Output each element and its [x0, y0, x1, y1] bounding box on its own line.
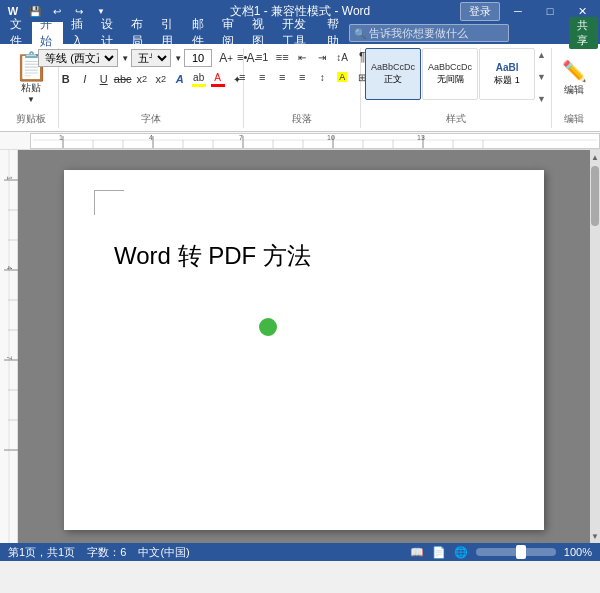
ruler-svg: 1 4 7 10 13 [33, 133, 597, 148]
view-page-button[interactable]: 📄 [432, 546, 446, 559]
ruler-area: 1 4 7 10 13 [0, 132, 600, 150]
editing-icon: ✏️ [562, 59, 587, 83]
view-read-button[interactable]: 📖 [410, 546, 424, 559]
italic-button[interactable]: I [76, 70, 94, 88]
ribbon-content: 📋 粘贴 ▼ 剪贴板 等线 (西文正文 ▼ 五号 ▼ 10 A+ A- [4, 48, 596, 128]
svg-text:1: 1 [5, 176, 12, 180]
scrollbar-up[interactable]: ▲ [590, 150, 600, 164]
menu-item-developer[interactable]: 开发工具 [274, 22, 318, 44]
document-container: 1 4 7 Word 转 PDF 方法 ▲ ▼ [0, 150, 600, 543]
paste-label: 粘贴 [21, 81, 41, 95]
mouse-cursor [259, 318, 277, 336]
styles-expand[interactable]: ▼ [537, 94, 546, 104]
font-name-select[interactable]: 等线 (西文正文 [38, 49, 118, 67]
editing-group-label: 编辑 [564, 112, 584, 126]
menu-item-review[interactable]: 审阅 [214, 22, 244, 44]
view-web-button[interactable]: 🌐 [454, 546, 468, 559]
font-row-1: 等线 (西文正文 ▼ 五号 ▼ 10 A+ A- [38, 48, 264, 68]
status-bar: 第1页，共1页 字数：6 中文(中国) 📖 📄 🌐 100% [0, 543, 600, 561]
styles-scroll-up[interactable]: ▲ [537, 50, 546, 60]
shading-button[interactable]: A [333, 68, 351, 86]
menu-item-file[interactable]: 文件 [2, 22, 32, 44]
style-heading1[interactable]: AaBl 标题 1 [479, 48, 535, 100]
title-bar: W 💾 ↩ ↪ ▼ 文档1 - 兼容性模式 - Word 登录 ─ □ ✕ [0, 0, 600, 22]
paragraph-row-2: ≡ ≡ ≡ ≡ ↕ A ⊞ [233, 68, 371, 86]
menu-item-mailings[interactable]: 邮件 [184, 22, 214, 44]
subscript-button[interactable]: x2 [133, 70, 151, 88]
zoom-slider[interactable] [476, 548, 556, 556]
search-placeholder: 告诉我你想要做什么 [369, 26, 468, 41]
editing-label: 编辑 [564, 83, 584, 97]
font-size-label-select[interactable]: 五号 [131, 49, 171, 67]
maximize-button[interactable]: □ [536, 2, 564, 20]
editing-group: ✏️ 编辑 编辑 [552, 48, 596, 128]
horizontal-ruler: 1 4 7 10 13 [30, 133, 600, 149]
paragraph-group-label: 段落 [292, 112, 312, 126]
page-info: 第1页，共1页 [8, 545, 75, 560]
document-text[interactable]: Word 转 PDF 方法 [114, 240, 494, 272]
svg-text:10: 10 [327, 134, 335, 141]
font-format-row: B I U abc x2 x2 A ab A [57, 70, 246, 88]
vertical-scrollbar[interactable]: ▲ ▼ [590, 150, 600, 543]
scrollbar-down[interactable]: ▼ [590, 529, 600, 543]
status-bar-right: 📖 📄 🌐 100% [410, 546, 592, 559]
language-info: 中文(中国) [138, 545, 189, 560]
align-left-button[interactable]: ≡ [233, 68, 251, 86]
font-color-button[interactable]: A [209, 70, 227, 88]
justify-button[interactable]: ≡ [293, 68, 311, 86]
font-name-dropdown[interactable]: ▼ [121, 54, 129, 63]
font-group-label: 字体 [141, 112, 161, 126]
align-right-button[interactable]: ≡ [273, 68, 291, 86]
paragraph-row-1: ≡• ≡1 ≡≡ ⇤ ⇥ ↕A ¶ [233, 48, 371, 66]
bullets-button[interactable]: ≡• [233, 48, 251, 66]
svg-text:7: 7 [5, 356, 12, 360]
strikethrough-button[interactable]: abc [114, 70, 132, 88]
styles-scroll-down[interactable]: ▼ [537, 72, 546, 82]
menu-item-home[interactable]: 开始 [32, 22, 62, 44]
menu-item-help[interactable]: 帮助 [319, 22, 349, 44]
minimize-button[interactable]: ─ [504, 2, 532, 20]
increase-indent-button[interactable]: ⇥ [313, 48, 331, 66]
search-icon: 🔍 [354, 28, 366, 39]
align-center-button[interactable]: ≡ [253, 68, 271, 86]
scrollbar-thumb[interactable] [591, 166, 599, 226]
document-page[interactable]: Word 转 PDF 方法 [64, 170, 544, 530]
clipboard-label: 剪贴板 [16, 112, 46, 126]
menu-item-design[interactable]: 设计 [93, 22, 123, 44]
superscript-button[interactable]: x2 [152, 70, 170, 88]
menu-bar: 文件 开始 插入 设计 布局 引用 邮件 审阅 视图 开发工具 帮助 🔍 告诉我… [0, 22, 600, 44]
styles-more-button[interactable]: ▲ ▼ ▼ [536, 48, 547, 106]
multilevel-button[interactable]: ≡≡ [273, 48, 291, 66]
share-button[interactable]: 共享 [569, 17, 598, 49]
page-area[interactable]: Word 转 PDF 方法 [18, 150, 590, 543]
font-size-input[interactable]: 10 [184, 49, 212, 67]
paragraph-group: ≡• ≡1 ≡≡ ⇤ ⇥ ↕A ¶ ≡ ≡ ≡ ≡ ↕ A ⊞ [244, 48, 361, 128]
text-highlight-button[interactable]: ab [190, 70, 208, 88]
menu-item-layout[interactable]: 布局 [123, 22, 153, 44]
svg-text:7: 7 [239, 134, 243, 141]
paste-dropdown[interactable]: ▼ [27, 95, 35, 104]
vertical-ruler-svg: 1 4 7 [0, 150, 18, 543]
style-no-spacing[interactable]: AaBbCcDc 无间隔 [422, 48, 478, 100]
numbering-button[interactable]: ≡1 [253, 48, 271, 66]
decrease-indent-button[interactable]: ⇤ [293, 48, 311, 66]
menu-item-references[interactable]: 引用 [153, 22, 183, 44]
svg-text:1: 1 [59, 134, 63, 141]
page-corner-mark [94, 190, 124, 215]
sort-button[interactable]: ↕A [333, 48, 351, 66]
bold-button[interactable]: B [57, 70, 75, 88]
style-normal[interactable]: AaBbCcDc 正文 [365, 48, 421, 100]
search-box[interactable]: 🔍 告诉我你想要做什么 [349, 24, 509, 42]
word-count: 字数：6 [87, 545, 126, 560]
line-spacing-button[interactable]: ↕ [313, 68, 331, 86]
font-size-dropdown[interactable]: ▼ [174, 54, 182, 63]
font-group: 等线 (西文正文 ▼ 五号 ▼ 10 A+ A- B I U abc x2 x2… [59, 48, 244, 128]
svg-text:4: 4 [149, 134, 153, 141]
text-effects-button[interactable]: A [171, 70, 189, 88]
editing-large-btn[interactable]: ✏️ 编辑 [556, 48, 592, 108]
login-button[interactable]: 登录 [460, 2, 500, 21]
menu-item-view[interactable]: 视图 [244, 22, 274, 44]
zoom-thumb [516, 545, 526, 559]
underline-button[interactable]: U [95, 70, 113, 88]
menu-item-insert[interactable]: 插入 [63, 22, 93, 44]
